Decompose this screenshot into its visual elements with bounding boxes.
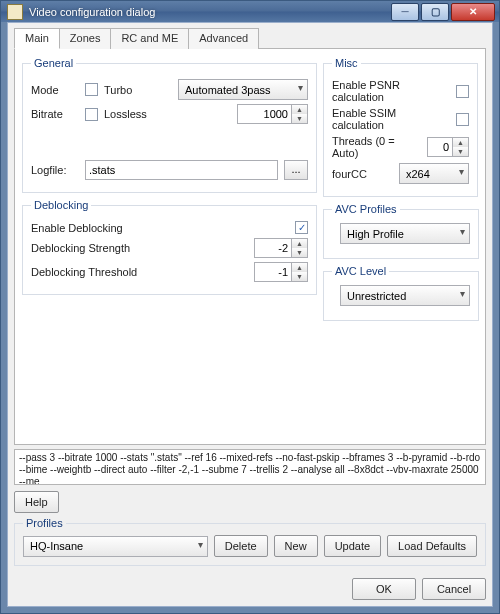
enable-deblocking-label: Enable Deblocking <box>31 222 123 234</box>
profiles-dropdown[interactable]: HQ-Insane <box>23 536 208 557</box>
turbo-checkbox[interactable] <box>85 83 98 96</box>
dialog-footer: OK Cancel <box>14 578 486 600</box>
deblocking-strength-input[interactable] <box>254 238 292 258</box>
maximize-button[interactable]: ▢ <box>421 3 449 21</box>
psnr-label: Enable PSNR calculation <box>332 79 451 103</box>
fourcc-label: fourCC <box>332 168 394 180</box>
threads-input[interactable] <box>427 137 453 157</box>
avc-level-dropdown[interactable]: Unrestricted <box>340 285 470 306</box>
avc-profile-value: High Profile <box>347 228 404 240</box>
load-defaults-button[interactable]: Load Defaults <box>387 535 477 557</box>
window: Video configuration dialog ─ ▢ ✕ Main Zo… <box>0 0 500 614</box>
general-group: General Mode Turbo Automated 3pass Bitra… <box>22 57 317 193</box>
deblocking-threshold-input[interactable] <box>254 262 292 282</box>
threads-spinner[interactable]: ▲▼ <box>427 137 469 157</box>
bitrate-label: Bitrate <box>31 108 79 120</box>
avc-profiles-legend: AVC Profiles <box>332 203 400 215</box>
deblocking-strength-label: Deblocking Strength <box>31 242 130 254</box>
logfile-label: Logfile: <box>31 164 79 176</box>
psnr-checkbox[interactable] <box>456 85 469 98</box>
tab-zones[interactable]: Zones <box>59 28 112 49</box>
lossless-checkbox[interactable] <box>85 108 98 121</box>
update-button[interactable]: Update <box>324 535 381 557</box>
avc-profile-dropdown[interactable]: High Profile <box>340 223 470 244</box>
deblocking-strength-arrows[interactable]: ▲▼ <box>292 238 308 258</box>
minimize-button[interactable]: ─ <box>391 3 419 21</box>
avc-level-group: AVC Level Unrestricted <box>323 265 479 321</box>
profiles-group: Profiles HQ-Insane Delete New Update Loa… <box>14 517 486 566</box>
window-buttons: ─ ▢ ✕ <box>391 3 499 21</box>
general-legend: General <box>31 57 76 69</box>
tab-main[interactable]: Main <box>14 28 60 49</box>
cancel-button[interactable]: Cancel <box>422 578 486 600</box>
fourcc-value: x264 <box>406 168 430 180</box>
misc-group: Misc Enable PSNR calculation Enable SSIM… <box>323 57 478 197</box>
delete-button[interactable]: Delete <box>214 535 268 557</box>
client-area: Main Zones RC and ME Advanced General Mo… <box>7 22 493 607</box>
tab-strip: Main Zones RC and ME Advanced <box>14 27 486 49</box>
bitrate-arrows[interactable]: ▲▼ <box>292 104 308 124</box>
deblocking-threshold-label: Deblocking Threshold <box>31 266 137 278</box>
bitrate-input[interactable] <box>237 104 292 124</box>
avc-level-value: Unrestricted <box>347 290 406 302</box>
deblocking-group: Deblocking Enable Deblocking ✓ Deblockin… <box>22 199 317 295</box>
enable-deblocking-checkbox[interactable]: ✓ <box>295 221 308 234</box>
turbo-label: Turbo <box>104 84 132 96</box>
titlebar[interactable]: Video configuration dialog ─ ▢ ✕ <box>1 1 499 22</box>
tab-page-main: General Mode Turbo Automated 3pass Bitra… <box>14 49 486 445</box>
app-icon <box>7 4 23 20</box>
close-button[interactable]: ✕ <box>451 3 495 21</box>
fourcc-dropdown[interactable]: x264 <box>399 163 469 184</box>
deblocking-threshold-arrows[interactable]: ▲▼ <box>292 262 308 282</box>
profiles-value: HQ-Insane <box>30 540 83 552</box>
logfile-browse-button[interactable]: ... <box>284 160 308 180</box>
deblocking-legend: Deblocking <box>31 199 91 211</box>
mode-label: Mode <box>31 84 79 96</box>
bitrate-spinner[interactable]: ▲▼ <box>237 104 308 124</box>
deblocking-threshold-spinner[interactable]: ▲▼ <box>254 262 308 282</box>
ssim-checkbox[interactable] <box>456 113 469 126</box>
ok-button[interactable]: OK <box>352 578 416 600</box>
new-button[interactable]: New <box>274 535 318 557</box>
logfile-input[interactable] <box>85 160 278 180</box>
avc-level-legend: AVC Level <box>332 265 389 277</box>
profiles-legend: Profiles <box>23 517 66 529</box>
threads-label: Threads (0 = Auto) <box>332 135 422 159</box>
ssim-label: Enable SSIM calculation <box>332 107 451 131</box>
tab-rc-me[interactable]: RC and ME <box>110 28 189 49</box>
threads-arrows[interactable]: ▲▼ <box>453 137 469 157</box>
window-title: Video configuration dialog <box>29 6 391 18</box>
commandline-output[interactable]: --pass 3 --bitrate 1000 --stats ".stats"… <box>14 449 486 485</box>
deblocking-strength-spinner[interactable]: ▲▼ <box>254 238 308 258</box>
lossless-label: Lossless <box>104 108 147 120</box>
tab-advanced[interactable]: Advanced <box>188 28 259 49</box>
help-button[interactable]: Help <box>14 491 59 513</box>
mode-dropdown[interactable]: Automated 3pass <box>178 79 308 100</box>
avc-profiles-group: AVC Profiles High Profile <box>323 203 479 259</box>
misc-legend: Misc <box>332 57 361 69</box>
mode-value: Automated 3pass <box>185 84 271 96</box>
